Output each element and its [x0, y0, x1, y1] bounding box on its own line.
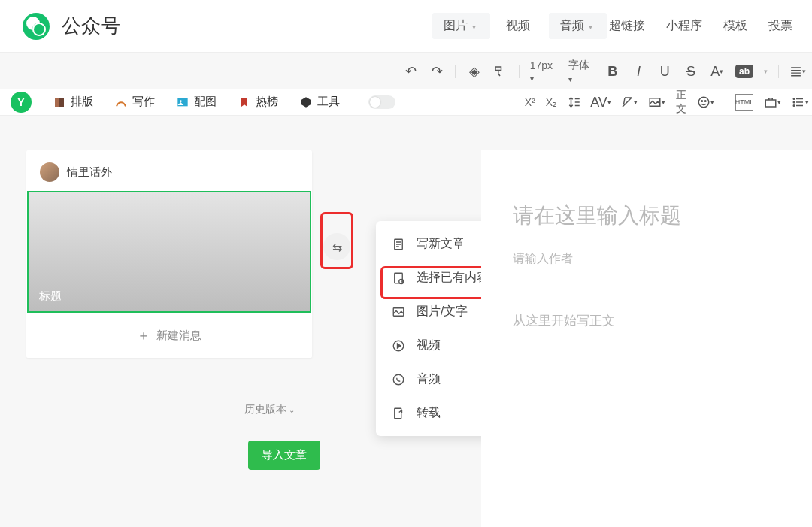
- link-hyperlink[interactable]: 超链接: [609, 18, 645, 34]
- bookmark-icon: [238, 95, 251, 109]
- font-color-icon[interactable]: A▾: [709, 63, 725, 80]
- play-icon: [391, 338, 406, 353]
- font-family-select[interactable]: 字体 ▾: [568, 59, 595, 84]
- nav-write[interactable]: 写作: [114, 95, 155, 109]
- svg-point-17: [393, 374, 404, 385]
- chevron-down-icon: ▾: [720, 68, 723, 75]
- superscript-icon[interactable]: X²: [525, 96, 535, 108]
- svg-point-7: [705, 101, 707, 102]
- write-icon: [114, 95, 128, 109]
- tab-image[interactable]: 图片▾: [432, 13, 490, 39]
- link-vote[interactable]: 投票: [768, 18, 792, 34]
- format-toolbar: ↶ ↷ ◈ 17px ▾ 字体 ▾ B I U S A▾ ab▾ ▾: [403, 59, 812, 84]
- format-eraser-icon[interactable]: ◈: [466, 63, 482, 80]
- insert-image-icon[interactable]: ▾: [648, 94, 665, 111]
- import-article-button[interactable]: 导入文章: [248, 441, 320, 470]
- svg-point-3: [180, 100, 182, 102]
- nav-tools[interactable]: 工具: [299, 95, 340, 109]
- format-toolbar-row2: X² X₂ AV▾ ▾ ▾ 正文 ▾ HTML ▾ ▾: [534, 89, 809, 116]
- nav-image[interactable]: 配图: [176, 95, 217, 109]
- swap-button[interactable]: ⇆: [323, 233, 350, 260]
- author-row: 情里话外: [26, 150, 312, 191]
- cube-icon: [299, 95, 313, 109]
- nav-tools-label: 工具: [317, 95, 340, 109]
- layout-icon: [53, 95, 66, 109]
- body-input[interactable]: 从这里开始写正文: [513, 312, 812, 329]
- subscript-icon[interactable]: X₂: [546, 96, 557, 108]
- author-name: 情里话外: [67, 165, 112, 180]
- page-title: 公众号: [62, 13, 120, 39]
- image-icon: [176, 95, 189, 109]
- underline-icon[interactable]: U: [657, 63, 673, 80]
- cover-thumbnail[interactable]: 标题: [27, 191, 311, 313]
- avatar: [40, 162, 59, 182]
- menu-item-label: 音频: [417, 371, 441, 387]
- emoji-icon[interactable]: ▾: [697, 94, 714, 111]
- nav-image-label: 配图: [194, 95, 217, 109]
- title-input[interactable]: 请在这里输入标题: [513, 201, 812, 230]
- line-height-icon[interactable]: [568, 94, 581, 111]
- link-template[interactable]: 模板: [723, 18, 747, 34]
- tab-video[interactable]: 视频: [495, 13, 544, 39]
- chevron-down-icon: ▾: [802, 68, 806, 75]
- strikethrough-icon[interactable]: S: [683, 63, 699, 80]
- plugin-logo-icon[interactable]: Y: [11, 92, 32, 113]
- separator: [519, 65, 520, 78]
- message-card: 情里话外 标题 ＋ 新建消息: [26, 150, 312, 358]
- audio-icon: [391, 372, 406, 387]
- editor-panel: 请在这里输入标题 请输入作者 从这里开始写正文: [481, 150, 812, 527]
- redo-icon[interactable]: ↷: [429, 63, 445, 80]
- menu-item-label: 图片/文字: [417, 304, 468, 320]
- plus-icon: ＋: [137, 326, 150, 344]
- menu-item-label: 转载: [417, 405, 441, 421]
- svg-point-10: [793, 101, 795, 103]
- clear-format-icon[interactable]: ▾: [620, 94, 638, 111]
- share-icon: [391, 406, 406, 421]
- author-input[interactable]: 请输入作者: [513, 251, 812, 267]
- menu-item-label: 写新文章: [417, 236, 465, 252]
- format-toolbar-row1: ↶ ↷ ◈ 17px ▾ 字体 ▾ B I U S A▾ ab▾ ▾: [403, 59, 812, 84]
- chevron-down-icon: ▾: [568, 75, 572, 83]
- svg-point-11: [793, 105, 795, 107]
- align-icon[interactable]: ▾: [789, 63, 806, 80]
- text-style-select[interactable]: 正文: [676, 89, 686, 116]
- history-versions[interactable]: 历史版本⌄: [244, 403, 295, 416]
- separator: [455, 65, 456, 78]
- document-clock-icon: [391, 271, 406, 286]
- tab-image-label: 图片: [444, 19, 468, 32]
- document-icon: [391, 237, 406, 252]
- list-icon[interactable]: ▾: [792, 94, 809, 111]
- nav-hot[interactable]: 热榜: [238, 95, 278, 109]
- letter-spacing-icon[interactable]: AV▾: [592, 94, 610, 111]
- header: 公众号 图片▾ 视频 音频▾ 超链接 小程序 模板 投票: [0, 0, 812, 53]
- secondary-nav: Y 排版 写作 配图 热榜 工具 X² X₂ AV▾ ▾ ▾ 正文 ▾ HTML…: [0, 89, 812, 116]
- chevron-down-icon: ▾: [589, 23, 592, 31]
- html-icon[interactable]: HTML: [735, 94, 753, 111]
- highlight-icon[interactable]: ab: [735, 65, 753, 78]
- wechat-logo-icon: [23, 13, 50, 40]
- media-tabs: 图片▾ 视频 音频▾: [432, 13, 607, 39]
- nav-layout[interactable]: 排版: [53, 95, 93, 109]
- chevron-down-icon: ▾: [472, 23, 476, 31]
- tab-audio[interactable]: 音频▾: [549, 13, 607, 39]
- briefcase-icon[interactable]: ▾: [764, 94, 781, 111]
- svg-point-6: [701, 101, 703, 102]
- toggle-switch[interactable]: [368, 95, 395, 109]
- separator: [778, 65, 779, 78]
- tab-audio-label: 音频: [560, 19, 584, 32]
- italic-icon[interactable]: I: [631, 63, 647, 80]
- menu-item-label: 视频: [417, 338, 441, 353]
- svg-rect-18: [395, 408, 401, 419]
- font-size-select[interactable]: 17px ▾: [530, 59, 558, 83]
- format-painter-icon[interactable]: [492, 63, 508, 80]
- svg-point-9: [793, 98, 795, 100]
- svg-point-5: [698, 97, 709, 108]
- chevron-down-icon: ▾: [530, 74, 534, 83]
- nav-write-label: 写作: [132, 95, 155, 109]
- link-miniprogram[interactable]: 小程序: [666, 18, 702, 34]
- new-message-button[interactable]: ＋ 新建消息: [26, 313, 312, 358]
- menu-item-label: 选择已有内容: [417, 270, 489, 286]
- undo-icon[interactable]: ↶: [403, 63, 419, 80]
- header-right-links: 超链接 小程序 模板 投票: [609, 18, 792, 34]
- bold-icon[interactable]: B: [604, 63, 620, 80]
